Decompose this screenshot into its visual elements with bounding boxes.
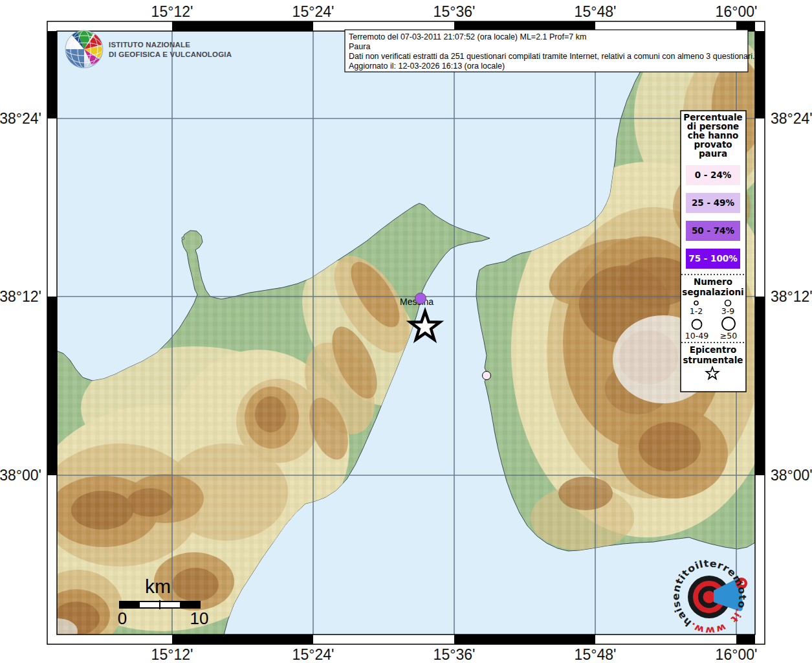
ingv-name-line2: DI GEOFISICA E VULCANOLOGIA [109, 51, 232, 58]
legend-epicenter-title: strumentale [683, 355, 743, 365]
legend-swatch-label: 75 - 100% [688, 253, 738, 264]
report-count-label: 3-9 [721, 306, 734, 316]
report-count-label: 10-49 [685, 331, 708, 341]
report-count-label: ≥50 [720, 331, 737, 341]
felt-report-dot-messina [415, 293, 426, 304]
axis-left-label: 38°24' [0, 110, 41, 127]
axis-left-label: 38°00' [0, 467, 41, 484]
axis-left-label: 38°12' [0, 288, 41, 305]
axis-top-label: 15°12' [151, 3, 193, 20]
legend-reports-title: segnalazioni [682, 287, 743, 297]
axis-right-label: 38°12' [771, 288, 812, 305]
axis-bottom-label: 16°00' [716, 646, 758, 663]
logo-bullseye [703, 591, 716, 603]
event-info-line4: Aggiornato il: 12-03-2026 16:13 (ora loc… [349, 62, 505, 71]
axis-bottom-label: 15°24' [292, 646, 335, 663]
scale-end-label: 10 [190, 609, 209, 628]
scale-unit-label: km [145, 576, 171, 597]
report-count-circle [725, 300, 731, 306]
axis-top-label: 15°36' [433, 3, 476, 20]
axis-bottom-label: 15°48' [575, 646, 617, 663]
legend-fear-title: paura [699, 148, 727, 159]
axis-right-label: 38°00' [771, 467, 812, 484]
legend-swatch-label: 0 - 24% [695, 170, 732, 180]
report-count-circle [722, 317, 735, 330]
legend-panel: Percentuale di persone che hanno provato… [681, 111, 746, 392]
felt-report-dot-small [483, 372, 491, 380]
event-info-line3: Dati non verificati estratti da 251 ques… [349, 52, 754, 61]
report-count-circle [694, 301, 698, 305]
legend-reports-title: Numero [694, 276, 732, 287]
axis-top-label: 15°48' [575, 3, 617, 20]
scale-start-label: 0 [118, 609, 127, 628]
axis-right-label: 38°24' [771, 110, 812, 127]
axis-top-label: 16°00' [716, 3, 758, 20]
legend-epicenter-title: Epicentro [690, 344, 737, 355]
axis-top-label: 15°24' [292, 3, 335, 20]
felt-report-map-page: km 0 10 Messina ? www.haisentito [0, 0, 812, 663]
event-info-box: Terremoto del 07-03-2011 21:07:52 (ora l… [345, 30, 754, 72]
legend-swatch-label: 50 - 74% [692, 225, 735, 236]
report-count-circle [692, 320, 702, 330]
axis-bottom-label: 15°36' [433, 646, 476, 663]
axis-bottom-label: 15°12' [151, 646, 193, 663]
report-count-label: 1-2 [690, 306, 703, 316]
ingv-name-line1: ISTITUTO NAZIONALE [109, 41, 190, 49]
legend-swatch-label: 25 - 49% [692, 197, 735, 208]
event-info-line1: Terremoto del 07-03-2011 21:07:52 (ora l… [349, 32, 586, 41]
map-canvas: km 0 10 Messina ? www.haisentito [0, 0, 812, 663]
event-info-line2: Paura [349, 42, 370, 51]
